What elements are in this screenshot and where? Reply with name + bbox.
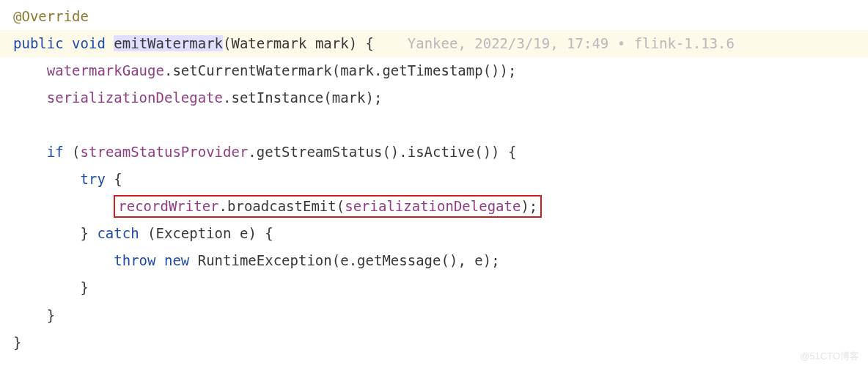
try-line: try { bbox=[13, 166, 855, 193]
code-line: watermarkGauge.setCurrentWatermark(mark.… bbox=[13, 57, 855, 84]
if-line: if (streamStatusProvider.getStreamStatus… bbox=[13, 139, 855, 166]
close-brace-line: } bbox=[13, 329, 855, 356]
highlighted-line: recordWriter.broadcastEmit(serialization… bbox=[13, 193, 855, 220]
commit-date: 2022/3/19, 17:49 bbox=[474, 35, 608, 51]
code-block: @Override public void emitWatermark(Wate… bbox=[0, 0, 868, 356]
blank-line bbox=[13, 111, 855, 139]
close-brace-line: } bbox=[13, 274, 855, 301]
watermark-text: @51CTO博客 bbox=[800, 347, 859, 365]
commit-author: Yankee bbox=[408, 35, 458, 51]
bullet-icon: • bbox=[617, 35, 625, 51]
annotation-line: @Override bbox=[13, 3, 855, 30]
code-line: serializationDelegate.setInstance(mark); bbox=[13, 84, 855, 111]
method-signature-line: public void emitWatermark(Watermark mark… bbox=[0, 30, 868, 57]
catch-line: } catch (Exception e) { bbox=[13, 220, 855, 247]
throw-line: throw new RuntimeException(e.getMessage(… bbox=[13, 247, 855, 274]
close-brace-line: } bbox=[13, 302, 855, 329]
method-name: emitWatermark bbox=[114, 35, 223, 51]
commit-project: flink-1.13.6 bbox=[634, 35, 735, 51]
override-annotation: @Override bbox=[13, 8, 89, 24]
highlighted-call: recordWriter.broadcastEmit(serialization… bbox=[114, 195, 542, 218]
